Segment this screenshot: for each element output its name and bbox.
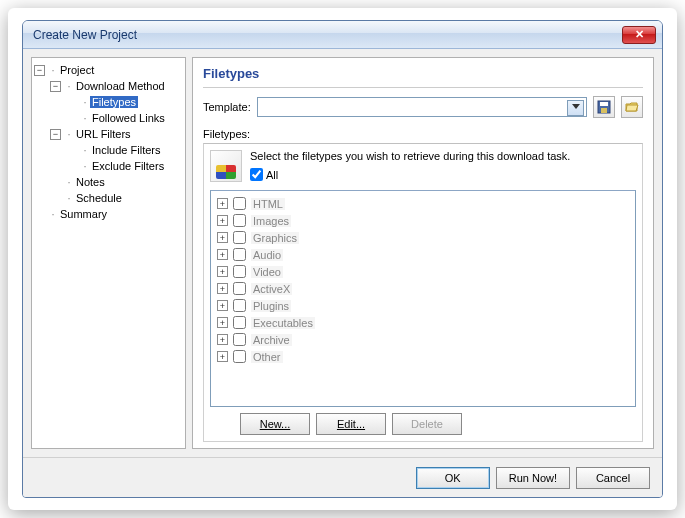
expand-icon[interactable] xyxy=(217,232,228,243)
filetype-item-activex[interactable]: ActiveX xyxy=(217,280,629,297)
dialog-window: Create New Project ✕ ·Project·Download M… xyxy=(22,20,663,498)
filetypes-label: Filetypes: xyxy=(203,128,643,140)
tree-item-exclude-filters[interactable]: ·Exclude Filters xyxy=(34,158,183,174)
filetype-checkbox[interactable] xyxy=(233,265,246,278)
filetype-label: Plugins xyxy=(251,300,291,312)
filetypes-header: Select the filetypes you wish to retriev… xyxy=(210,150,636,182)
edit-button[interactable]: Edit... xyxy=(316,413,386,435)
filetype-label: Archive xyxy=(251,334,292,346)
all-checkbox[interactable] xyxy=(250,168,263,181)
tree-label: Download Method xyxy=(74,80,167,92)
tree-item-project[interactable]: ·Project xyxy=(34,62,183,78)
section-heading: Filetypes xyxy=(203,64,643,88)
filetype-checkbox[interactable] xyxy=(233,333,246,346)
tree-item-schedule[interactable]: ·Schedule xyxy=(34,190,183,206)
filetypes-description: Select the filetypes you wish to retriev… xyxy=(250,150,570,162)
all-label[interactable]: All xyxy=(266,169,278,181)
filetype-label: Images xyxy=(251,215,291,227)
titlebar: Create New Project ✕ xyxy=(23,21,662,49)
filetypes-tree[interactable]: HTMLImagesGraphicsAudioVideoActiveXPlugi… xyxy=(210,190,636,407)
dialog-body: ·Project·Download Method·Filetypes·Follo… xyxy=(23,49,662,457)
filetype-checkbox[interactable] xyxy=(233,282,246,295)
expand-icon[interactable] xyxy=(217,300,228,311)
collapse-icon[interactable] xyxy=(34,65,45,76)
all-checkbox-row: All xyxy=(250,168,570,181)
expand-icon[interactable] xyxy=(217,266,228,277)
expand-icon[interactable] xyxy=(217,317,228,328)
filetypes-group: Select the filetypes you wish to retriev… xyxy=(203,143,643,442)
dialog-footer: OK Run Now! Cancel xyxy=(23,457,662,497)
window-title: Create New Project xyxy=(33,28,622,42)
tree-label: Summary xyxy=(58,208,109,220)
expand-icon[interactable] xyxy=(217,249,228,260)
tree-label: Project xyxy=(58,64,96,76)
tree-item-url-filters[interactable]: ·URL Filters xyxy=(34,126,183,142)
tree-label: Notes xyxy=(74,176,107,188)
filetype-item-executables[interactable]: Executables xyxy=(217,314,629,331)
nav-tree[interactable]: ·Project·Download Method·Filetypes·Follo… xyxy=(31,57,186,449)
close-button[interactable]: ✕ xyxy=(622,26,656,44)
filetype-label: Audio xyxy=(251,249,283,261)
tree-item-summary[interactable]: ·Summary xyxy=(34,206,183,222)
svg-rect-2 xyxy=(601,108,607,113)
template-combo[interactable] xyxy=(257,97,587,117)
run-now-button[interactable]: Run Now! xyxy=(496,467,570,489)
tree-item-include-filters[interactable]: ·Include Filters xyxy=(34,142,183,158)
filetype-label: Graphics xyxy=(251,232,299,244)
filetype-item-audio[interactable]: Audio xyxy=(217,246,629,263)
filetype-label: Other xyxy=(251,351,283,363)
tree-label: Schedule xyxy=(74,192,124,204)
tree-item-notes[interactable]: ·Notes xyxy=(34,174,183,190)
main-panel: Filetypes Template: Filetypes: Select th… xyxy=(192,57,654,449)
filetypes-buttons: New... Edit... Delete xyxy=(210,413,636,435)
filetypes-desc-wrap: Select the filetypes you wish to retriev… xyxy=(250,150,570,182)
filetype-label: Video xyxy=(251,266,283,278)
collapse-icon[interactable] xyxy=(50,129,61,140)
filetype-checkbox[interactable] xyxy=(233,231,246,244)
tree-item-followed-links[interactable]: ·Followed Links xyxy=(34,110,183,126)
save-template-button[interactable] xyxy=(593,96,615,118)
tree-label: Exclude Filters xyxy=(90,160,166,172)
filetype-checkbox[interactable] xyxy=(233,214,246,227)
cancel-button[interactable]: Cancel xyxy=(576,467,650,489)
open-template-button[interactable] xyxy=(621,96,643,118)
expand-icon[interactable] xyxy=(217,351,228,362)
svg-rect-1 xyxy=(600,102,608,106)
tree-label: URL Filters xyxy=(74,128,133,140)
template-row: Template: xyxy=(203,96,643,118)
tree-item-filetypes[interactable]: ·Filetypes xyxy=(34,94,183,110)
filetype-item-other[interactable]: Other xyxy=(217,348,629,365)
filetype-item-video[interactable]: Video xyxy=(217,263,629,280)
new-button[interactable]: New... xyxy=(240,413,310,435)
delete-button[interactable]: Delete xyxy=(392,413,462,435)
filetype-item-html[interactable]: HTML xyxy=(217,195,629,212)
filetype-checkbox[interactable] xyxy=(233,197,246,210)
filetype-checkbox[interactable] xyxy=(233,248,246,261)
tree-item-download-method[interactable]: ·Download Method xyxy=(34,78,183,94)
filetype-label: Executables xyxy=(251,317,315,329)
ok-button[interactable]: OK xyxy=(416,467,490,489)
template-label: Template: xyxy=(203,101,251,113)
tree-label: Include Filters xyxy=(90,144,162,156)
filetype-checkbox[interactable] xyxy=(233,316,246,329)
expand-icon[interactable] xyxy=(217,215,228,226)
filetype-item-archive[interactable]: Archive xyxy=(217,331,629,348)
tree-label: Followed Links xyxy=(90,112,167,124)
collapse-icon[interactable] xyxy=(50,81,61,92)
windows-icon xyxy=(210,150,242,182)
tree-label: Filetypes xyxy=(90,96,138,108)
filetype-item-graphics[interactable]: Graphics xyxy=(217,229,629,246)
expand-icon[interactable] xyxy=(217,198,228,209)
expand-icon[interactable] xyxy=(217,283,228,294)
disk-icon xyxy=(597,100,611,114)
filetype-item-plugins[interactable]: Plugins xyxy=(217,297,629,314)
filetype-label: HTML xyxy=(251,198,285,210)
filetype-checkbox[interactable] xyxy=(233,299,246,312)
filetype-item-images[interactable]: Images xyxy=(217,212,629,229)
expand-icon[interactable] xyxy=(217,334,228,345)
filetype-checkbox[interactable] xyxy=(233,350,246,363)
folder-open-icon xyxy=(625,100,639,114)
filetype-label: ActiveX xyxy=(251,283,292,295)
